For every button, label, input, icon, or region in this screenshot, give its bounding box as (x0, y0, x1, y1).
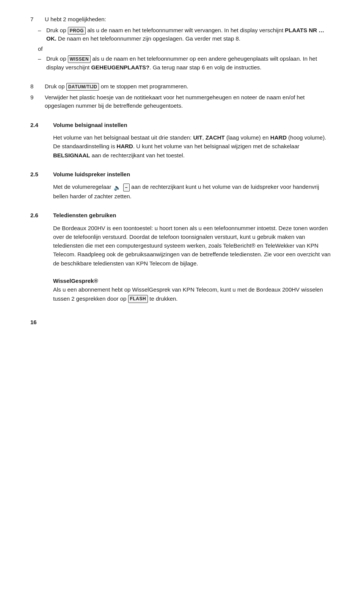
wisselgesprek-body: Als u een abonnement hebt op WisselGespr… (53, 285, 334, 303)
volume-icon: 🔈 (114, 183, 121, 192)
item-9: 9 Verwijder het plastic hoesje van de no… (30, 93, 334, 110)
zacht-text: ZACHT (206, 134, 225, 141)
section-2-5-body: Met de volumeregelaar 🔈 – aan de rechter… (30, 182, 334, 201)
bullet-item-wissen: – Druk op WISSEN als u de naam en het te… (30, 55, 334, 72)
flash-key: FLASH (128, 295, 148, 303)
item-7: 7 U hebt 2 mogelijkheden: (30, 15, 334, 24)
section-2-6-heading: 2.6 Telediensten gebruiken (30, 211, 334, 220)
bullet-item-prog: – Druk op PROG als u de naam en het tele… (30, 26, 334, 43)
item-9-content: Verwijder het plastic hoesje van de noti… (45, 93, 334, 110)
item-9-number: 9 (30, 93, 45, 110)
page-number: 16 (30, 318, 334, 327)
hard-text: HARD (270, 134, 287, 141)
plaats-nr-text: PLAATS NR … OK. (46, 27, 324, 42)
item-8-content: Druk op DATUM/TIJD om te stoppen met pro… (45, 82, 334, 91)
section-2-4-title: Volume belsignaal instellen (53, 121, 127, 130)
bullet-1-content: Druk op PROG als u de naam en het telefo… (46, 26, 334, 43)
of-label: of (30, 45, 334, 53)
datum-tijd-key: DATUM/TIJD (66, 83, 99, 91)
hard-text-2: HARD (117, 143, 133, 149)
section-2-4: 2.4 Volume belsignaal instellen Het volu… (30, 121, 334, 160)
bullet-2-content: Druk op WISSEN als u de naam en het tele… (46, 55, 334, 72)
section-2-6-paragraph: De Bordeaux 200HV is een toontoestel: u … (53, 224, 334, 268)
section-2-4-body: Het volume van het belsignaal bestaat ui… (30, 133, 334, 160)
geheugenplaats-text: GEHEUGENPLAATS? (91, 64, 149, 71)
section-2-4-number: 2.4 (30, 121, 53, 130)
minus-key: – (123, 184, 130, 191)
item-7-content: U hebt 2 mogelijkheden: (45, 15, 334, 24)
bullet-dash-1: – (38, 26, 46, 43)
prog-key: PROG (68, 27, 86, 35)
wisselgesprek-subtitle: WisselGesprek® (53, 276, 334, 285)
page-content: 7 U hebt 2 mogelijkheden: – Druk op PROG… (30, 15, 334, 326)
section-2-6-body: De Bordeaux 200HV is een toontoestel: u … (30, 224, 334, 303)
section-2-5-heading: 2.5 Volume luidspreker instellen (30, 170, 334, 179)
item-7-section: 7 U hebt 2 mogelijkheden: – Druk op PROG… (30, 15, 334, 72)
section-2-6-number: 2.6 (30, 211, 53, 220)
section-2-5: 2.5 Volume luidspreker instellen Met de … (30, 170, 334, 201)
item-8-number: 8 (30, 82, 45, 91)
bullet-dash-2: – (38, 55, 46, 72)
item-7-number: 7 (30, 15, 45, 24)
uit-text: UIT (193, 134, 202, 141)
item-8: 8 Druk op DATUM/TIJD om te stoppen met p… (30, 82, 334, 91)
belsignaal-text: BELSIGNAAL (53, 152, 90, 158)
section-2-5-title: Volume luidspreker instellen (53, 170, 130, 179)
section-2-4-heading: 2.4 Volume belsignaal instellen (30, 121, 334, 130)
section-2-6: 2.6 Telediensten gebruiken De Bordeaux 2… (30, 211, 334, 303)
section-2-5-number: 2.5 (30, 170, 53, 179)
section-2-6-title: Telediensten gebruiken (53, 211, 116, 220)
wissen-key: WISSEN (68, 55, 91, 63)
